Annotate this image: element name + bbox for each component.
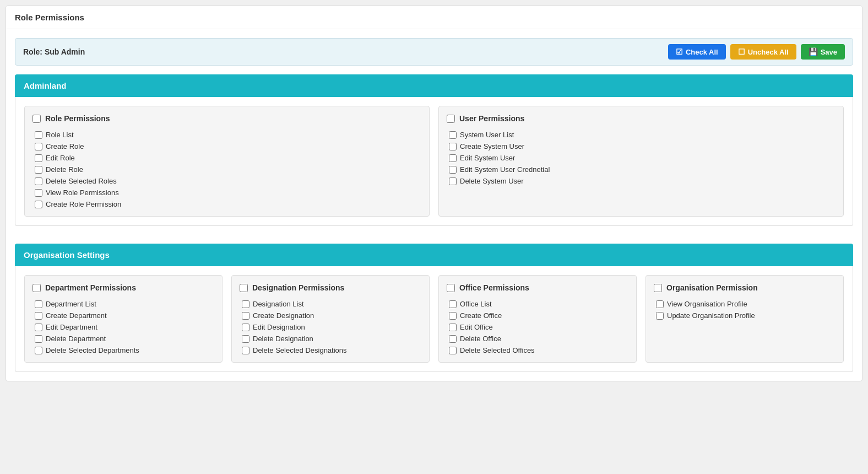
- perm-item-label-office-permissions-2: Edit Office: [460, 323, 493, 331]
- perm-item-label-office-permissions-0: Office List: [460, 300, 492, 308]
- perm-card-checkbox-office-permissions[interactable]: [447, 284, 455, 292]
- perm-item-label-designation-permissions-2: Edit Designation: [253, 323, 305, 331]
- list-item: Delete Selected Departments: [35, 346, 214, 354]
- perm-item-label-user-permissions-2: Edit System User: [460, 154, 515, 162]
- perm-item-label-office-permissions-1: Create Office: [460, 311, 502, 320]
- perm-item-checkbox-designation-permissions-1[interactable]: [242, 312, 249, 320]
- perm-item-checkbox-designation-permissions-4[interactable]: [242, 347, 249, 354]
- perm-item-checkbox-office-permissions-2[interactable]: [449, 324, 457, 331]
- perm-card-checkbox-user-permissions[interactable]: [447, 115, 455, 123]
- perm-card-organisation-permission: Organisation PermissionView Organisation…: [645, 275, 844, 363]
- perm-item-checkbox-department-permissions-3[interactable]: [35, 335, 42, 343]
- list-item: Edit System User Crednetial: [449, 165, 836, 174]
- check-all-icon: ☑: [676, 47, 683, 56]
- perm-card-user-permissions: User PermissionsSystem User ListCreate S…: [438, 106, 844, 217]
- perm-item-checkbox-designation-permissions-3[interactable]: [242, 335, 249, 343]
- perm-card-title-organisation-permission: Organisation Permission: [666, 283, 758, 292]
- list-item: Office List: [449, 300, 628, 308]
- role-bar: Role: Sub Admin ☑ Check All ☐ Uncheck Al…: [15, 38, 853, 66]
- perm-item-checkbox-office-permissions-3[interactable]: [449, 335, 457, 343]
- perm-card-checkbox-role-permissions[interactable]: [32, 115, 41, 123]
- perm-items-organisation-permission: View Organisation ProfileUpdate Organisa…: [654, 300, 836, 320]
- list-item: View Organisation Profile: [656, 300, 836, 308]
- list-item: Department List: [35, 300, 214, 308]
- perm-item-label-designation-permissions-0: Designation List: [253, 300, 304, 308]
- perm-item-checkbox-user-permissions-0[interactable]: [449, 131, 457, 139]
- perm-item-checkbox-role-permissions-2[interactable]: [35, 154, 42, 162]
- uncheck-all-button[interactable]: ☐ Uncheck All: [730, 44, 796, 60]
- list-item: Delete Department: [35, 335, 214, 343]
- list-item: Edit Designation: [242, 323, 421, 331]
- perm-item-label-designation-permissions-4: Delete Selected Designations: [253, 346, 347, 354]
- list-item: Create Department: [35, 311, 214, 320]
- perm-card-office-permissions: Office PermissionsOffice ListCreate Offi…: [438, 275, 637, 363]
- perm-item-checkbox-user-permissions-4[interactable]: [449, 177, 457, 185]
- perm-items-user-permissions: System User ListCreate System UserEdit S…: [447, 131, 836, 185]
- section-body-adminland: Role PermissionsRole ListCreate RoleEdit…: [15, 97, 853, 226]
- perm-item-checkbox-designation-permissions-0[interactable]: [242, 300, 249, 308]
- list-item: System User List: [449, 131, 836, 139]
- perm-item-checkbox-department-permissions-4[interactable]: [35, 347, 42, 354]
- perm-item-label-user-permissions-3: Edit System User Crednetial: [460, 165, 550, 174]
- perm-item-label-role-permissions-6: Create Role Permission: [46, 200, 121, 208]
- role-bar-label: Role: Sub Admin: [23, 47, 85, 56]
- perm-item-checkbox-user-permissions-1[interactable]: [449, 143, 457, 150]
- perm-item-label-department-permissions-3: Delete Department: [46, 335, 106, 343]
- perm-card-designation-permissions: Designation PermissionsDesignation ListC…: [231, 275, 430, 363]
- perm-item-checkbox-organisation-permission-0[interactable]: [656, 300, 664, 308]
- list-item: Create Role Permission: [35, 200, 421, 208]
- save-icon: 💾: [809, 47, 818, 56]
- page-title: Role Permissions: [6, 6, 862, 29]
- perm-item-label-department-permissions-1: Create Department: [46, 311, 107, 320]
- perm-item-checkbox-role-permissions-1[interactable]: [35, 143, 42, 150]
- perm-item-checkbox-organisation-permission-1[interactable]: [656, 312, 664, 320]
- perm-card-checkbox-department-permissions[interactable]: [32, 284, 41, 292]
- perm-card-checkbox-designation-permissions[interactable]: [240, 284, 248, 292]
- perm-item-checkbox-department-permissions-0[interactable]: [35, 300, 42, 308]
- perm-item-label-office-permissions-4: Delete Selected Offices: [460, 346, 535, 354]
- check-all-button[interactable]: ☑ Check All: [668, 44, 726, 60]
- perm-card-title-office-permissions: Office Permissions: [459, 283, 529, 292]
- perm-item-label-organisation-permission-1: Update Organisation Profile: [667, 311, 755, 320]
- perm-item-checkbox-department-permissions-2[interactable]: [35, 324, 42, 331]
- save-button[interactable]: 💾 Save: [801, 44, 845, 60]
- perm-item-label-user-permissions-4: Delete System User: [460, 177, 524, 185]
- perm-card-title-department-permissions: Department Permissions: [45, 283, 136, 292]
- perm-items-office-permissions: Office ListCreate OfficeEdit OfficeDelet…: [447, 300, 628, 354]
- perm-card-checkbox-organisation-permission[interactable]: [654, 284, 662, 292]
- perm-item-checkbox-user-permissions-2[interactable]: [449, 154, 457, 162]
- perm-card-role-permissions: Role PermissionsRole ListCreate RoleEdit…: [24, 106, 430, 217]
- list-item: Create Designation: [242, 311, 421, 320]
- perm-item-checkbox-role-permissions-4[interactable]: [35, 177, 42, 185]
- perm-item-checkbox-user-permissions-3[interactable]: [449, 166, 457, 174]
- perm-card-header-designation-permissions: Designation Permissions: [240, 283, 421, 292]
- list-item: Edit Role: [35, 154, 421, 162]
- perm-item-checkbox-department-permissions-1[interactable]: [35, 312, 42, 320]
- section-header-adminland: Adminland: [15, 74, 853, 97]
- perm-card-header-office-permissions: Office Permissions: [447, 283, 628, 292]
- perm-item-checkbox-office-permissions-1[interactable]: [449, 312, 457, 320]
- list-item: Designation List: [242, 300, 421, 308]
- perm-item-checkbox-office-permissions-0[interactable]: [449, 300, 457, 308]
- perm-item-label-organisation-permission-0: View Organisation Profile: [667, 300, 747, 308]
- perm-item-checkbox-office-permissions-4[interactable]: [449, 347, 457, 354]
- perm-items-designation-permissions: Designation ListCreate DesignationEdit D…: [240, 300, 421, 354]
- perm-card-header-user-permissions: User Permissions: [447, 114, 836, 123]
- perm-card-title-user-permissions: User Permissions: [459, 114, 524, 123]
- perm-item-checkbox-role-permissions-0[interactable]: [35, 131, 42, 139]
- perm-item-label-user-permissions-0: System User List: [460, 131, 514, 139]
- list-item: Delete System User: [449, 177, 836, 185]
- perm-card-header-department-permissions: Department Permissions: [32, 283, 214, 292]
- perm-card-header-organisation-permission: Organisation Permission: [654, 283, 836, 292]
- perm-item-checkbox-designation-permissions-2[interactable]: [242, 324, 249, 331]
- list-item: Edit System User: [449, 154, 836, 162]
- perm-item-checkbox-role-permissions-6[interactable]: [35, 201, 42, 208]
- list-item: Create System User: [449, 142, 836, 150]
- list-item: Delete Office: [449, 335, 628, 343]
- list-item: Edit Department: [35, 323, 214, 331]
- perm-item-checkbox-role-permissions-3[interactable]: [35, 166, 42, 174]
- list-item: Delete Selected Roles: [35, 177, 421, 185]
- perm-item-checkbox-role-permissions-5[interactable]: [35, 189, 42, 197]
- list-item: Edit Office: [449, 323, 628, 331]
- perm-card-department-permissions: Department PermissionsDepartment ListCre…: [24, 275, 223, 363]
